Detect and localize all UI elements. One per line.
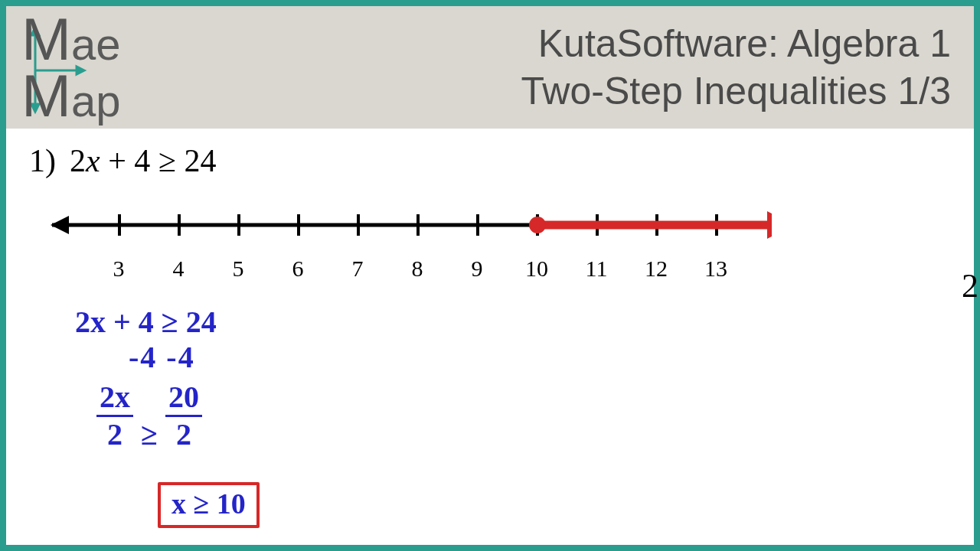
tick-label: 11	[567, 256, 626, 282]
logo: M ae M ap	[21, 21, 220, 113]
tick-label: 4	[149, 256, 208, 282]
next-problem-peek: 2	[962, 266, 978, 305]
var-x: x	[86, 143, 100, 178]
work-op: ≥	[141, 417, 165, 452]
rest: + 4 ≥ 24	[100, 143, 217, 178]
work-line1: 2x + 4 ≥ 24	[75, 305, 217, 340]
number-line-labels: 345678910111213	[89, 256, 951, 282]
tick-label: 3	[89, 256, 149, 282]
handwritten-work: 2x + 4 ≥ 24 -4 -4 2x 2 ≥ 20 2	[75, 305, 217, 452]
tick-label: 10	[507, 256, 567, 282]
tick-label: 8	[387, 256, 447, 282]
frac-right: 20 2	[165, 380, 202, 452]
problem-statement: 1) 2x + 4 ≥ 24	[29, 142, 951, 179]
problem-number: 1)	[29, 142, 56, 179]
tick-label: 6	[268, 256, 328, 282]
problem-expression: 2x + 4 ≥ 24	[70, 142, 216, 179]
tick-label: 12	[626, 256, 686, 282]
frac-right-top: 20	[165, 380, 202, 417]
frac-left-bot: 2	[96, 417, 133, 452]
logo-ae: ae	[71, 23, 121, 65]
tick-label: 5	[208, 256, 268, 282]
work-line2: -4 -4	[129, 340, 217, 375]
logo-m1: M	[21, 11, 71, 67]
svg-marker-20	[767, 211, 772, 239]
work-line3: 2x 2 ≥ 20 2	[96, 380, 217, 452]
logo-ap: ap	[71, 80, 121, 122]
frac-left: 2x 2	[96, 380, 133, 452]
title-line1: KutaSoftware: Algebra 1	[220, 20, 951, 68]
content-area: 1) 2x + 4 ≥ 24 345678910111213 2x + 4 ≥ …	[6, 129, 974, 545]
tick-label: 9	[447, 256, 507, 282]
frac-right-bot: 2	[165, 417, 202, 452]
answer-box: x ≥ 10	[158, 482, 260, 528]
tick-label: 7	[328, 256, 387, 282]
svg-marker-6	[51, 216, 69, 234]
title-block: KutaSoftware: Algebra 1 Two-Step Inequal…	[220, 20, 951, 116]
logo-m2: M	[21, 67, 71, 124]
frac-left-top: 2x	[96, 380, 133, 417]
answer-text: x ≥ 10	[172, 487, 246, 520]
app-frame: M ae M ap KutaSoftware: Algebra 1 Two-St…	[0, 0, 980, 551]
svg-point-21	[529, 217, 546, 233]
tick-label: 13	[686, 256, 746, 282]
number-line: 345678910111213	[37, 201, 951, 282]
coef: 2	[70, 143, 86, 178]
header: M ae M ap KutaSoftware: Algebra 1 Two-St…	[6, 6, 974, 129]
number-line-svg	[37, 201, 772, 246]
title-line2: Two-Step Inequalities 1/3	[220, 67, 951, 116]
